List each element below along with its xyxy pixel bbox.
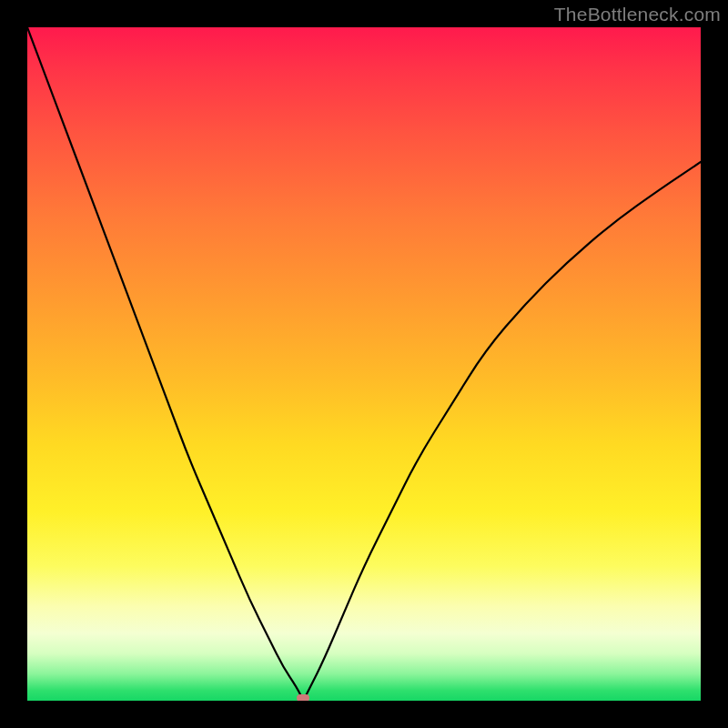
curve-svg	[27, 27, 701, 701]
watermark-text: TheBottleneck.com	[554, 4, 721, 25]
chart-frame: TheBottleneck.com	[0, 0, 728, 728]
plot-area	[27, 27, 701, 701]
bottleneck-curve	[27, 27, 701, 697]
minimum-marker	[297, 694, 309, 701]
